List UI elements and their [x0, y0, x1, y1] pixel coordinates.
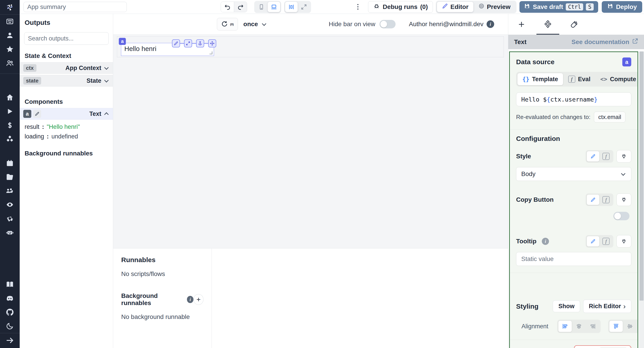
delete-component-button[interactable]: Delete ⌘ + ⌫ — [574, 345, 631, 348]
folders-icon[interactable] — [5, 172, 14, 182]
info-icon[interactable]: i — [187, 296, 194, 303]
component-settings-tab[interactable] — [535, 14, 561, 35]
align-center-horizontal-icon[interactable] — [572, 320, 586, 332]
align-middle-vertical-icon[interactable] — [623, 320, 637, 332]
template-expression-input[interactable]: Hello ${ctx.username} — [516, 92, 631, 106]
dark-mode-moon-icon[interactable] — [5, 322, 14, 330]
favorites-star-icon[interactable] — [5, 45, 14, 54]
windmill-logo-icon[interactable] — [5, 3, 14, 12]
template-tab[interactable]: {} Template — [517, 73, 563, 86]
static-pencil-icon[interactable] — [586, 151, 600, 162]
resources-boxes-icon[interactable] — [5, 135, 14, 144]
global-styling-tab[interactable] — [561, 14, 588, 35]
eval-function-icon[interactable]: f — [600, 151, 612, 162]
device-toggle-group — [254, 1, 281, 13]
workers-robot-icon[interactable] — [5, 228, 14, 237]
more-options-kebab-icon[interactable] — [353, 2, 362, 12]
schedule-select[interactable]: once — [243, 20, 267, 28]
eval-function-icon[interactable]: f — [600, 194, 612, 205]
rich-editor-button[interactable]: Rich Editor › — [583, 300, 631, 313]
inspector-scrollbar[interactable] — [639, 52, 644, 348]
info-icon[interactable]: i — [486, 20, 494, 28]
users-group-icon[interactable] — [5, 58, 14, 68]
chevron-down-icon[interactable] — [104, 78, 109, 82]
edit-pencil-icon[interactable] — [172, 39, 180, 48]
runs-play-icon[interactable] — [5, 107, 14, 116]
expand-sidebar-arrow-icon[interactable] — [5, 336, 14, 345]
component-inspector-panel: Text See documentation Data source a — [508, 14, 644, 348]
tooltip-value-input[interactable] — [516, 252, 631, 266]
anchor-icon[interactable] — [196, 39, 204, 48]
state-context-heading: State & Context — [24, 52, 113, 60]
ctx-output-row[interactable]: ctx App Context — [20, 62, 113, 74]
variables-dollar-icon[interactable] — [5, 121, 14, 130]
hide-bar-toggle[interactable] — [380, 20, 396, 28]
scrollbar-thumb[interactable] — [640, 52, 644, 300]
app-summary-input[interactable] — [24, 2, 127, 12]
reeval-dependency-badge[interactable]: ctx.email — [594, 112, 626, 122]
align-top-icon[interactable] — [609, 320, 623, 332]
fullwidth-canvas-button[interactable] — [298, 2, 310, 12]
eval-tab[interactable]: f Eval — [563, 73, 596, 86]
expand-icon[interactable] — [184, 39, 192, 48]
component-toolbar — [172, 39, 216, 48]
reeval-label: Re-evaluated on changes to: — [516, 114, 590, 120]
align-left-icon[interactable] — [558, 320, 572, 332]
align-bottom-icon[interactable] — [637, 320, 638, 332]
preview-target-icon — [478, 3, 484, 11]
home-icon[interactable] — [5, 93, 14, 102]
docs-book-icon[interactable] — [5, 280, 14, 289]
mobile-view-button[interactable] — [255, 2, 268, 12]
discord-icon[interactable] — [5, 294, 14, 303]
s-kbd: S — [586, 3, 594, 10]
info-icon[interactable]: i — [542, 238, 549, 245]
static-pencil-icon[interactable] — [586, 194, 600, 205]
see-documentation-link[interactable]: See documentation — [572, 38, 638, 46]
audit-eye-icon[interactable] — [5, 200, 14, 209]
workspace-switcher-icon[interactable] — [5, 17, 14, 26]
connect-plug-icon[interactable] — [616, 194, 631, 206]
pencil-icon — [442, 3, 448, 11]
github-icon[interactable] — [5, 308, 14, 317]
preview-mode-button[interactable]: Preview — [474, 2, 516, 12]
add-background-runnable-button[interactable]: + — [194, 294, 204, 305]
schedules-calendar-icon[interactable] — [5, 158, 14, 168]
state-output-row[interactable]: state State — [20, 75, 113, 86]
rename-pencil-icon[interactable] — [33, 110, 41, 118]
refresh-app-button[interactable]: (0) — [217, 18, 238, 30]
debug-runs-button[interactable]: Debug runs (0) — [368, 1, 433, 13]
user-icon[interactable] — [5, 31, 14, 40]
styling-title: Styling — [516, 302, 538, 310]
app-canvas[interactable]: a Hello henri — [113, 35, 508, 248]
desktop-view-button[interactable] — [268, 2, 280, 12]
search-outputs-input[interactable] — [24, 32, 109, 45]
background-runnables-title: Background runnables — [121, 292, 184, 306]
component-a-row[interactable]: a Text — [20, 108, 113, 120]
eval-function-icon[interactable]: f — [600, 236, 612, 247]
editor-mode-button[interactable]: Editor — [437, 2, 474, 12]
hide-bar-label: Hide bar on view — [329, 20, 376, 28]
save-draft-button[interactable]: Save draft Ctrl S — [520, 1, 598, 13]
settings-gear-icon[interactable] — [5, 214, 14, 223]
static-pencil-icon[interactable] — [586, 236, 600, 247]
connect-plug-icon[interactable] — [616, 150, 631, 162]
center-canvas-button[interactable] — [285, 2, 298, 12]
move-icon[interactable] — [208, 39, 216, 48]
resize-handle[interactable] — [210, 52, 212, 54]
text-component-a[interactable]: a Hello henri — [121, 43, 214, 56]
alignment-row: Alignment — [516, 320, 631, 333]
deploy-button[interactable]: Deploy — [602, 1, 642, 13]
insert-component-tab[interactable] — [508, 14, 535, 35]
redo-button[interactable] — [234, 2, 247, 12]
chevron-up-icon[interactable] — [104, 112, 109, 117]
undo-button[interactable] — [221, 2, 234, 12]
connect-plug-icon[interactable] — [616, 235, 631, 248]
show-styling-button[interactable]: Show — [553, 300, 580, 312]
align-right-icon[interactable] — [586, 320, 600, 332]
style-select[interactable]: Body — [516, 167, 631, 181]
chevron-down-icon[interactable] — [104, 65, 109, 70]
rail-divider — [0, 74, 20, 74]
compute-tab[interactable]: <> Compute — [595, 73, 638, 86]
copy-button-toggle[interactable] — [613, 212, 630, 220]
groups-admin-icon[interactable] — [5, 186, 14, 195]
